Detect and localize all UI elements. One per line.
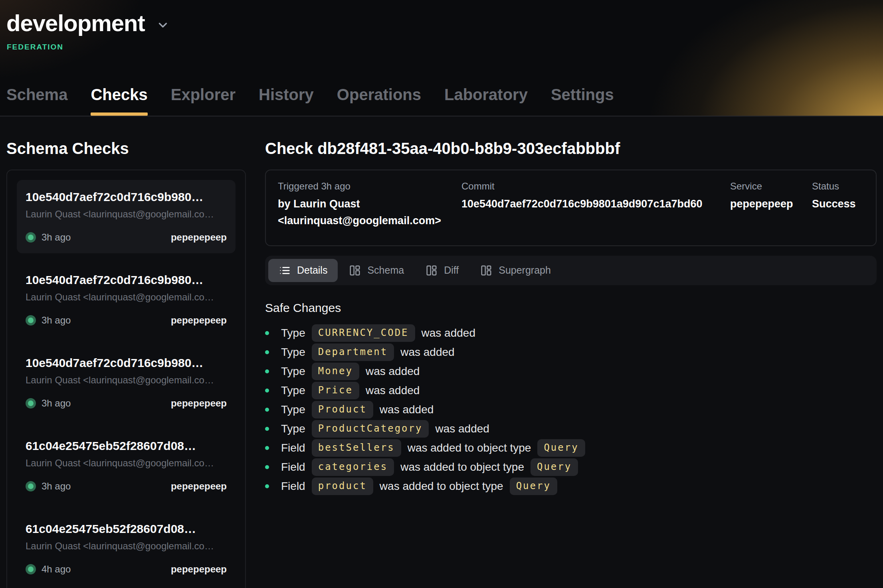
meta-status-label: Status — [812, 181, 864, 192]
change-item: Field bestSellers was added to object ty… — [265, 438, 877, 458]
code-badge: Money — [312, 363, 359, 380]
status-badge: Success — [812, 196, 864, 213]
tab-schema[interactable]: Schema — [6, 86, 67, 116]
columns-icon — [426, 264, 438, 276]
list-icon — [279, 264, 291, 276]
project-type-badge: FEDERATION — [7, 43, 883, 51]
tab-checks[interactable]: Checks — [91, 86, 147, 116]
change-item: Type ProductCategory was added — [265, 419, 877, 438]
check-detail-pane: Check db28f481-35aa-40b0-b8b9-303ecfabbb… — [265, 116, 877, 588]
tab-supergraph-label: Supergraph — [499, 264, 551, 276]
check-author: Laurin Quast <laurinquast@googlemail.co… — [26, 375, 227, 386]
code-badge: ProductCategory — [312, 420, 429, 438]
status-dot-icon — [26, 564, 36, 574]
tab-operations[interactable]: Operations — [337, 86, 421, 116]
tab-laboratory[interactable]: Laboratory — [444, 86, 528, 116]
check-author: Laurin Quast <laurinquast@googlemail.co… — [26, 458, 227, 469]
change-text: was added — [380, 403, 434, 416]
code-badge: Query — [537, 439, 585, 457]
change-kind: Field — [281, 442, 305, 454]
section-title: Safe Changes — [265, 301, 877, 315]
meta-commit-value: 10e540d7aef72c0d716c9b9801a9d907c1a7bd60 — [461, 196, 730, 213]
meta-service-value: pepepepeep — [730, 196, 812, 213]
check-title: Check db28f481-35aa-40b0-b8b9-303ecfabbb… — [265, 140, 877, 158]
change-kind: Field — [281, 461, 305, 474]
safe-changes-list: Type CURRENCY_CODE was added Type Depart… — [265, 324, 877, 496]
change-kind: Type — [281, 403, 305, 416]
bullet-icon — [265, 408, 269, 412]
check-list-item[interactable]: 10e540d7aef72c0d716c9b980… Laurin Quast … — [17, 180, 236, 253]
content: Schema Checks 10e540d7aef72c0d716c9b980…… — [0, 116, 883, 588]
bullet-icon — [265, 465, 269, 469]
tab-diff-label: Diff — [444, 264, 459, 276]
meta-commit-label: Commit — [461, 181, 730, 192]
change-item: Type CURRENCY_CODE was added — [265, 324, 877, 343]
meta-triggered-by: by Laurin Quast — [278, 196, 461, 213]
tab-explorer[interactable]: Explorer — [171, 86, 236, 116]
check-author: Laurin Quast <laurinquast@googlemail.co… — [26, 541, 227, 552]
check-service: pepepepeep — [171, 481, 227, 492]
check-time: 3h ago — [42, 232, 71, 243]
tab-settings[interactable]: Settings — [551, 86, 614, 116]
code-badge: Query — [531, 458, 578, 476]
bullet-icon — [265, 369, 269, 373]
sidebar-title: Schema Checks — [6, 140, 246, 158]
check-service: pepepepeep — [171, 398, 227, 409]
meta-triggered-email: <laurinquast@googlemail.com> — [278, 213, 461, 229]
check-id: 61c04e25475eb52f28607d08… — [26, 439, 227, 453]
chevron-down-icon[interactable] — [156, 18, 170, 32]
check-detail-tabs: Details Schema Dif — [265, 256, 877, 285]
change-text: was added to object type — [400, 461, 524, 474]
status-dot-icon — [26, 315, 36, 326]
meta-status: Status Success — [812, 181, 864, 213]
change-item: Type Price was added — [265, 381, 877, 400]
check-list-item[interactable]: 61c04e25475eb52f28607d08… Laurin Quast <… — [17, 512, 236, 585]
check-time: 3h ago — [42, 398, 71, 409]
bullet-icon — [265, 350, 269, 354]
status-dot-icon — [26, 481, 36, 491]
code-badge: product — [312, 478, 373, 495]
check-meta-row: 4h ago pepepepeep — [26, 564, 227, 575]
tab-supergraph[interactable]: Supergraph — [470, 259, 561, 282]
change-item: Type Department was added — [265, 343, 877, 362]
change-item: Type Money was added — [265, 362, 877, 381]
project-nav: Schema Checks Explorer History Operation… — [6, 86, 614, 116]
meta-triggered: Triggered 3h ago by Laurin Quast <laurin… — [278, 181, 461, 229]
tab-history[interactable]: History — [259, 86, 314, 116]
code-badge: CURRENCY_CODE — [312, 324, 415, 342]
check-author: Laurin Quast <laurinquast@googlemail.co… — [26, 209, 227, 220]
change-kind: Field — [281, 480, 305, 493]
check-time: 3h ago — [42, 481, 71, 492]
checks-sidebar: Schema Checks 10e540d7aef72c0d716c9b980…… — [6, 116, 246, 588]
bullet-icon — [265, 331, 269, 335]
status-dot-icon — [26, 232, 36, 243]
check-service: pepepepeep — [171, 564, 227, 575]
tab-schema-view[interactable]: Schema — [339, 259, 414, 282]
project-selector[interactable]: development — [0, 0, 883, 36]
check-list-item[interactable]: 10e540d7aef72c0d716c9b980… Laurin Quast … — [17, 263, 236, 336]
check-service: pepepepeep — [171, 315, 227, 326]
code-badge: categories — [312, 458, 394, 476]
change-text: was added — [422, 327, 475, 339]
project-name[interactable]: development — [6, 10, 145, 36]
meta-service: Service pepepepeep — [730, 181, 812, 213]
tab-details[interactable]: Details — [268, 259, 338, 282]
change-kind: Type — [281, 327, 305, 339]
code-badge: bestSellers — [312, 439, 401, 457]
check-id: 61c04e25475eb52f28607d08… — [26, 522, 227, 536]
columns-icon — [349, 264, 361, 276]
check-list-item[interactable]: 10e540d7aef72c0d716c9b980… Laurin Quast … — [17, 346, 236, 419]
check-list-item[interactable]: 61c04e25475eb52f28607d08… Laurin Quast <… — [17, 429, 236, 502]
check-id: 10e540d7aef72c0d716c9b980… — [26, 190, 227, 204]
change-text: was added to object type — [380, 480, 503, 493]
tab-diff[interactable]: Diff — [415, 259, 469, 282]
change-kind: Type — [281, 422, 305, 435]
check-id: 10e540d7aef72c0d716c9b980… — [26, 356, 227, 370]
change-item: Type Product was added — [265, 400, 877, 419]
status-dot-icon — [26, 398, 36, 408]
code-badge: Department — [312, 343, 394, 361]
tab-details-label: Details — [297, 264, 327, 276]
code-badge: Price — [312, 382, 359, 399]
change-text: was added to object type — [408, 442, 531, 454]
change-text: was added — [366, 365, 420, 378]
